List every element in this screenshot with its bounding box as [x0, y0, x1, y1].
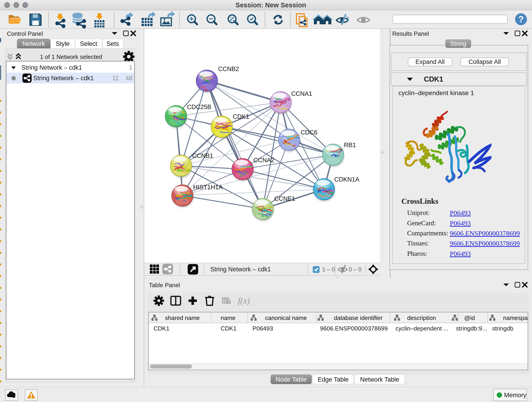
svg-text:description: description [407, 314, 436, 321]
svg-text:1 – 0: 1 – 0 [322, 266, 335, 273]
svg-text:RB1: RB1 [344, 142, 356, 148]
svg-text:CCNA1: CCNA1 [291, 90, 312, 97]
svg-text:CDC25B: CDC25B [187, 104, 211, 110]
svg-text:@id: @id [464, 314, 475, 321]
svg-text:CCNB2: CCNB2 [218, 65, 239, 72]
svg-text:CCNB1: CCNB1 [192, 153, 213, 159]
svg-text:CDK1: CDK1 [233, 113, 249, 120]
svg-text:String Network – cdk1: String Network – cdk1 [210, 266, 271, 273]
svg-text:name: name [221, 314, 235, 321]
svg-text:CDKN1A: CDKN1A [334, 176, 360, 183]
svg-text:database identifier: database identifier [334, 314, 383, 321]
svg-text:shared name: shared name [165, 314, 200, 321]
svg-text:CCNA2: CCNA2 [253, 157, 274, 164]
svg-text:CCNE1: CCNE1 [274, 195, 295, 202]
svg-text:CDC6: CDC6 [301, 129, 317, 136]
svg-text:canonical name: canonical name [265, 314, 307, 321]
svg-text:0 – 0: 0 – 0 [349, 266, 361, 273]
svg-text:HIST1H1A: HIST1H1A [193, 184, 223, 191]
svg-text:?: ? [518, 14, 524, 24]
svg-text:namespace: namespace [503, 314, 528, 321]
svg-text:f(x): f(x) [238, 296, 250, 306]
